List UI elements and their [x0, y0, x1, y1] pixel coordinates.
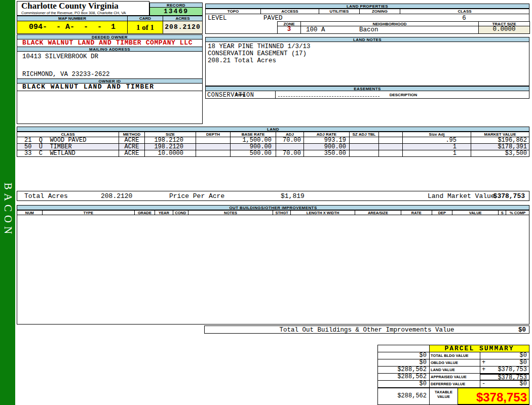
easement-type-label: TYPE [206, 93, 275, 97]
mailing-address-label: MAILING ADDRESS [17, 47, 203, 52]
owner-notes-empty-box [17, 91, 203, 124]
land-market-value: $378,753 [493, 192, 525, 201]
out-buildings-empty-area [17, 215, 529, 325]
land-header-base-rate: BASE RATE [231, 132, 276, 137]
parcel-summary-row: $288,562 APPRAISED VALUE $378,753 [378, 374, 529, 381]
class-value: 6 [457, 15, 472, 22]
ob-header-cond: COND [173, 210, 188, 215]
parcel-summary-taxable-row: $288,562 TAXABLE VALUE $378,753 [378, 388, 529, 404]
access-value: PAVED [263, 15, 283, 22]
land-market-value-label: Land Market Value [428, 192, 495, 201]
out-buildings-headers: NUM TYPE GRADE YEAR COND NOTES STHGT LEN… [17, 210, 529, 215]
land-properties-title: LAND PROPERTIES [205, 4, 529, 9]
taxable-value: $378,753 [458, 388, 529, 404]
land-properties-headers: TOPO ACCESS UTILITIES ZONING CLASS [205, 9, 529, 14]
ob-header-year: YEAR [155, 210, 173, 215]
map-number-value: 094- - A- - - 1 [17, 21, 128, 34]
land-header-depth: DEPTH [196, 132, 231, 137]
easement-description-label: DESCRIPTION [358, 93, 449, 97]
land-header-adj: ADJ [276, 132, 304, 137]
neighborhood-code: 100 A [306, 27, 325, 33]
land-table-title: LAND [17, 127, 529, 132]
total-acres-value: 208.2120 [101, 192, 132, 201]
ob-header-pct-comp: % COMP [506, 210, 529, 215]
ob-header-rate: RATE [401, 210, 432, 215]
land-notes-box: 18 YEAR PINE THINNED 1/3/13 CONSERVATION… [205, 42, 529, 86]
access-header: ACCESS [261, 9, 319, 14]
tract-size-value: 0.0000 [479, 26, 530, 34]
map-card-acres-values: 094- - A- - - 1 1 of 1 208.2120 [17, 21, 203, 34]
district-label: BACON [2, 183, 14, 238]
zone-neighborhood-table: ZONE NEIGHBORHOOD TRACT SIZE 3 100 A Bac… [277, 21, 530, 34]
record-value: 13469 [149, 8, 203, 16]
out-buildings-title: OUT BUILDINGS/OTHER IMPROVEMENTS [17, 205, 529, 210]
property-record-card: BACON Charlotte County Virginia Commissi… [0, 0, 532, 405]
easement-type-cell: CONSERVATION TYPE [206, 91, 276, 98]
land-row: 33 C WETLAND ACRE 10.0000 500.00 70.00 3… [17, 150, 529, 157]
address-line2: RICHMOND, VA 23233-2622 [22, 71, 110, 78]
out-buildings-total-value: $0 [518, 327, 526, 334]
acres-label: ACRES [163, 16, 203, 21]
total-acres-label: Total Acres [24, 192, 68, 201]
parcel-summary-title: PARCEL SUMMARY [430, 345, 529, 352]
land-totals-row: Total Acres 208.2120 Price Per Acre $1,8… [17, 191, 529, 201]
ob-header-sthgt: STHGT [273, 210, 291, 215]
zone-value: 3 [277, 26, 301, 34]
ob-header-num: NUM [17, 210, 43, 215]
easements-title: EASEMENTS [205, 86, 529, 91]
deeded-owner-value: BLACK WALNUT LAND AND TIMBER COMPANY LLC [17, 39, 203, 47]
land-header-method: METHOD [119, 132, 145, 137]
land-row: 21 Q WOOD PAVED ACRE 198.2120 1,500.00 7… [17, 137, 529, 144]
commissioner-line: Commissioner of the Revenue, PO Box 308,… [21, 11, 149, 15]
card-value: 1 of 1 [128, 21, 163, 34]
easements-row: CONSERVATION TYPE DESCRIPTION [205, 91, 529, 99]
neighborhood-value: 100 A Bacon [301, 26, 479, 34]
county-header: Charlotte County Virginia Commissioner o… [17, 1, 149, 16]
record-label: RECORD [149, 3, 203, 8]
parcel-summary-blank-cell [378, 345, 430, 352]
land-header-size-adj: Size Adj [403, 132, 471, 137]
topo-value: LEVEL [208, 15, 227, 22]
land-row: 50 U TIMBER ACRE 198.2120 900.00 900.00 … [17, 144, 529, 150]
address-line1: 10413 SILVERBROOK DR [22, 53, 98, 60]
neighborhood-label: NEIGHBORHOOD [301, 21, 479, 26]
county-name: Charlotte County Virginia [21, 2, 149, 11]
mailing-address-box: 10413 SILVERBROOK DR RICHMOND, VA 23233-… [17, 52, 203, 78]
ob-header-type: TYPE [43, 210, 135, 215]
parcel-summary-row: $0 OBLDG VALUE +$0 [378, 359, 529, 367]
land-note-line: 18 YEAR PINE THINNED 1/3/13 [208, 43, 529, 50]
class-header: CLASS [400, 9, 529, 14]
ob-header-area-size: AREA/SIZE [355, 210, 401, 215]
ob-header-s: S [499, 210, 506, 215]
land-header-blank [379, 132, 403, 137]
price-per-acre-value: $1,819 [281, 192, 305, 201]
ob-header-value: VALUE [452, 210, 499, 215]
ob-header-notes: NOTES [188, 210, 273, 215]
parcel-summary-header-row: PARCEL SUMMARY [378, 345, 529, 352]
owner-id-value: BLACK WALNUT LAND AND TIMBER [17, 84, 203, 91]
ob-header-dep: DEP [432, 210, 452, 215]
acres-value: 208.2120 [163, 21, 203, 34]
land-header-sz-adj-tbl: SZ ADJ TBL [350, 132, 379, 137]
card-label: CARD [128, 16, 163, 21]
parcel-summary: PARCEL SUMMARY $0 TOTAL BLDG VALUE $0 $0… [377, 345, 529, 405]
land-header-class: CLASS [17, 132, 119, 137]
land-header-market-value: MARKET VALUE [471, 132, 529, 137]
map-card-acres-headers: MAP NUMBER CARD ACRES [17, 16, 203, 21]
district-sidebar: BACON [0, 0, 15, 405]
land-note-line: CONSERVATION EASEMENT (17) [208, 50, 529, 57]
ob-header-length-width: LENGTH X WIDTH [291, 210, 355, 215]
land-properties-values: LEVEL PAVED 6 ZONE NEIGHBORHOOD TRACT SI… [205, 14, 529, 34]
neighborhood-name: Bacon [359, 27, 378, 33]
zoning-header: ZONING [360, 9, 400, 14]
parcel-summary-row: $0 DEFERRED VALUE -$0 [378, 381, 529, 388]
price-per-acre-label: Price Per Acre [169, 192, 224, 201]
ob-header-grade: GRADE [135, 210, 155, 215]
parcel-summary-row: $0 TOTAL BLDG VALUE $0 [378, 352, 529, 359]
land-note-line: 208.21 Total Acres [208, 57, 529, 64]
land-header-adj-rate: ADJ RATE [304, 132, 350, 137]
out-buildings-total-label: Total Out Buildings & Other Improvements… [205, 327, 529, 334]
parcel-summary-row: $288,562 LAND VALUE +$378,753 [378, 367, 529, 374]
map-number-label: MAP NUMBER [17, 16, 128, 21]
out-buildings-total-row: Total Out Buildings & Other Improvements… [204, 326, 529, 334]
